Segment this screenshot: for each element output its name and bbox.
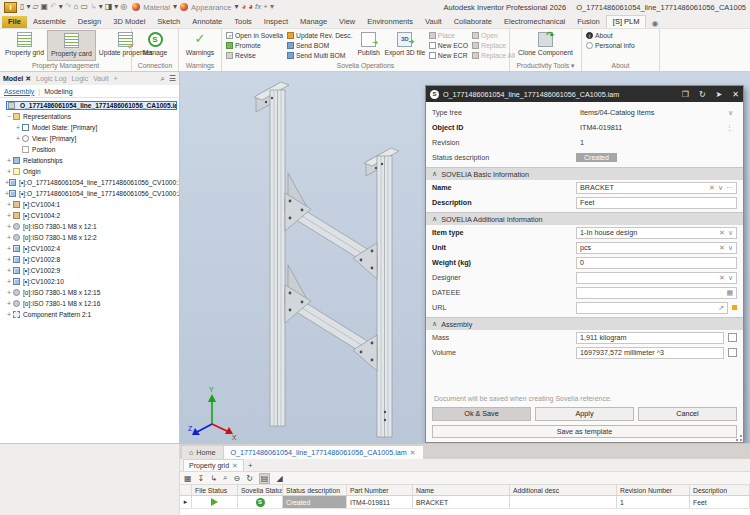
home-icon[interactable]: ⌂ xyxy=(74,2,79,11)
expander-icon[interactable]: + xyxy=(5,300,13,307)
dropdown-icon[interactable]: ∨ xyxy=(728,229,733,237)
new-file-icon[interactable]: ▯ xyxy=(20,2,24,11)
close-icon[interactable]: ✕ xyxy=(232,462,238,470)
field-name[interactable]: BRACKET✕∨⋯ xyxy=(576,182,737,194)
clear-icon[interactable]: ✕ xyxy=(719,274,725,282)
tree-item-position[interactable]: Position xyxy=(2,144,179,155)
grid-view-icon[interactable]: ▦ xyxy=(184,474,192,483)
new-eco-button[interactable]: New ECO xyxy=(429,41,468,50)
tree-item-cv1004-1[interactable]: +[•]:CV1004:1 xyxy=(2,199,179,210)
revise-button[interactable]: Revise xyxy=(226,51,283,60)
field-description[interactable]: Feet xyxy=(576,197,737,209)
tab-logic-log[interactable]: Logic Log xyxy=(36,75,66,82)
parameters-fx-icon[interactable]: fx xyxy=(255,2,261,11)
redo-icon[interactable]: ↷ xyxy=(65,2,72,11)
goto-icon[interactable]: ↳ xyxy=(210,474,217,483)
save-icon[interactable]: ▣ xyxy=(41,2,49,11)
column-header-name[interactable]: Name xyxy=(413,485,510,495)
calendar-icon[interactable]: ▦ xyxy=(726,289,733,297)
export-3d-file-button[interactable]: 3D Export 3D file xyxy=(383,30,427,61)
material-dropdown-arrow-icon[interactable]: ▾ xyxy=(173,2,177,12)
manage-button[interactable]: S Manage xyxy=(140,30,171,61)
row-selector[interactable]: ▸ xyxy=(180,496,192,508)
clear-icon[interactable]: ✕ xyxy=(709,184,715,192)
checkbox[interactable] xyxy=(728,348,737,357)
refresh-icon[interactable]: ↻ xyxy=(246,474,253,483)
description-cell[interactable]: Feet xyxy=(690,496,750,508)
ribbon-tab-assemble[interactable]: Assemble xyxy=(27,16,72,28)
material-wheel-icon[interactable]: ◎ xyxy=(120,2,127,11)
menu-icon[interactable]: ☰ xyxy=(169,74,176,84)
replace-button[interactable]: Replace xyxy=(472,41,515,50)
material-dropdown[interactable]: Material xyxy=(143,3,170,12)
tree-item-o-iso-7380-1-m8-x-12-2[interactable]: +[o]:ISO 7380-1 M8 x 12:2 xyxy=(2,232,179,243)
section-header-sovelia-basic-information[interactable]: ∧SOVELIA Basic Information xyxy=(426,167,743,180)
tree-item-o-1771486061054-line-1771486061056-cv100[interactable]: +[•]:O_1771486061054_line_1771486061056_… xyxy=(2,188,179,199)
tree-item-model-state-primary[interactable]: +Model State: [Primary] xyxy=(2,122,179,133)
sovelia-status-cell[interactable]: S xyxy=(238,496,283,508)
kebab-icon[interactable]: ⋮ xyxy=(726,124,733,132)
view-mode-icon[interactable]: ▤ xyxy=(259,473,271,484)
tree-item-cv1002-9[interactable]: +[•]:CV1002:9 xyxy=(2,265,179,276)
group-label[interactable]: Warnings xyxy=(179,61,221,71)
column-header-sovelia-status[interactable]: Sovelia Status xyxy=(238,485,283,495)
dropdown-icon[interactable]: ▾ xyxy=(59,2,63,11)
column-header-additional-desc[interactable]: Additional desc xyxy=(510,485,617,495)
dock-icon[interactable]: ❐ xyxy=(682,90,689,99)
expander-icon[interactable]: + xyxy=(5,311,13,318)
collapse-icon[interactable]: ∧ xyxy=(432,170,437,178)
tree-item-representations[interactable]: −Representations xyxy=(2,111,179,122)
ribbon-tab-design[interactable]: Design xyxy=(72,16,107,28)
part-number-cell[interactable]: ITM4-019811 xyxy=(347,496,413,508)
tree-item-view-primary[interactable]: +View: [Primary] xyxy=(2,133,179,144)
send-bom-button[interactable]: Send BOM xyxy=(287,41,353,50)
field-url[interactable]: ↗ xyxy=(576,302,728,314)
cancel-button[interactable]: Cancel xyxy=(638,407,737,421)
place-button[interactable]: Place xyxy=(429,31,468,40)
tree-item-origin[interactable]: +Origin xyxy=(2,166,179,177)
expander-icon[interactable]: + xyxy=(5,201,13,208)
chevron-down-icon[interactable]: ▾ xyxy=(571,62,574,69)
ribbon-tab-annotate[interactable]: Annotate xyxy=(186,16,228,28)
tab-home[interactable]: ⌂ Home xyxy=(182,446,223,459)
tree-item-relationships[interactable]: +Relationships xyxy=(2,155,179,166)
ribbon-tab-file[interactable]: File xyxy=(2,16,27,28)
expander-icon[interactable]: + xyxy=(5,289,13,296)
close-icon[interactable]: ✕ xyxy=(410,449,416,457)
tree-item-cv1002-8[interactable]: +[•]:CV1002:8 xyxy=(2,254,179,265)
tree-item-cv1002-4[interactable]: +[•]:CV1002:4 xyxy=(2,243,179,254)
resize-grip[interactable] xyxy=(736,435,742,441)
checkbox[interactable] xyxy=(728,333,737,342)
dropdown-icon[interactable]: ▾ xyxy=(114,2,118,11)
additional-desc-cell[interactable] xyxy=(510,496,617,508)
field-revision[interactable]: 1 xyxy=(576,137,737,149)
appearance-dropdown[interactable]: Appearance xyxy=(191,3,231,12)
collapse-icon[interactable]: ∧ xyxy=(432,320,437,328)
field-type-tree[interactable]: Items/04-Catalog Items∨ xyxy=(576,107,737,119)
dropdown-icon[interactable]: ∨ xyxy=(728,244,733,252)
ribbon-tab-view[interactable]: View xyxy=(333,16,361,28)
close-icon[interactable]: ✕ xyxy=(732,90,739,99)
property-card-button[interactable]: Property card xyxy=(47,30,96,61)
dropdown-icon[interactable]: ∨ xyxy=(718,184,723,192)
search-icon[interactable]: ⌕ xyxy=(160,74,164,84)
ribbon-tab-fusion[interactable]: Fusion xyxy=(571,16,606,28)
dropdown-icon[interactable]: ∨ xyxy=(728,274,733,282)
publish-button[interactable]: Publish xyxy=(355,30,383,61)
section-header-assembly[interactable]: ∧Assembly xyxy=(426,317,743,330)
status-description-cell[interactable]: Created xyxy=(283,496,347,508)
send-multi-bom-button[interactable]: Send Multi BOM xyxy=(287,51,353,60)
column-header-file-status[interactable]: File Status xyxy=(192,485,238,495)
tab-property-grid[interactable]: Property grid ✕ xyxy=(183,459,244,471)
tab-model[interactable]: Model ✕ xyxy=(3,75,31,83)
warnings-button[interactable]: ✓ Warnings xyxy=(183,30,217,61)
adjust-appearance-icon[interactable]: ◕ xyxy=(241,2,246,11)
field-volume[interactable]: 1697937,572 millimeter ^3 xyxy=(576,347,724,359)
expander-icon[interactable]: + xyxy=(5,212,13,219)
search-icon[interactable]: ⌕ xyxy=(223,473,227,483)
expander-icon[interactable]: − xyxy=(5,113,13,120)
table-row[interactable]: ▸SCreatedITM4-019811BRACKET1Feet xyxy=(180,496,750,509)
tree-item-o-iso-7380-1-m8-x-12-16[interactable]: +[o]:ISO 7380-1 M8 x 12:16 xyxy=(2,298,179,309)
clone-component-button[interactable]: Clone Component xyxy=(515,30,576,61)
column-header-revision-number[interactable]: Revision Number xyxy=(617,485,690,495)
